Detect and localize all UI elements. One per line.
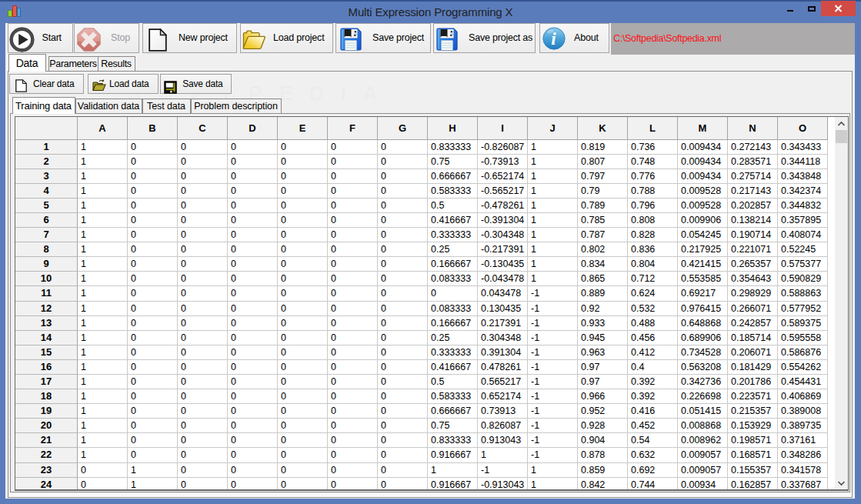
svg-text:i: i xyxy=(551,29,556,48)
